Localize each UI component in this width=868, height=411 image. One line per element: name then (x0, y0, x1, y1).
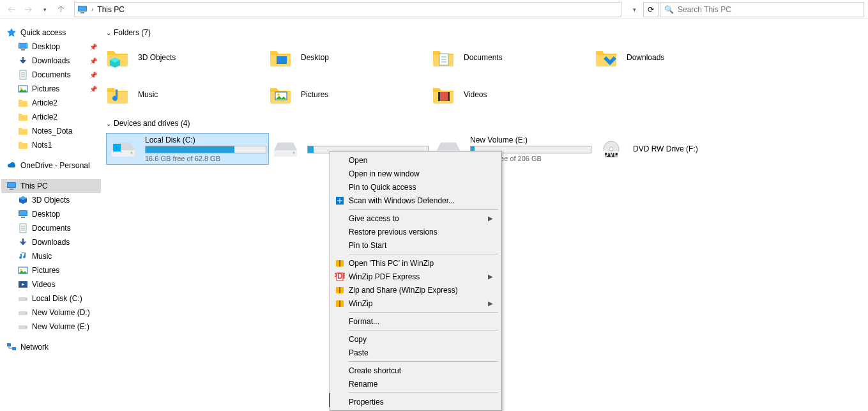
folder-downloads[interactable]: Downloads (595, 42, 758, 73)
back-button[interactable]: 🡠 (4, 2, 19, 17)
address-bar[interactable]: › This PC (74, 2, 621, 17)
forward-button[interactable]: 🡢 (20, 2, 36, 17)
sidebar-this-pc[interactable]: This PC (1, 179, 101, 193)
folder-videos[interactable]: Videos (432, 79, 595, 110)
menu-pin-to-start[interactable]: Pin to Start (332, 238, 499, 252)
menu-zip-and-share-winzip-express-[interactable]: Zip and Share (WinZip Express) (332, 283, 499, 297)
winzip-icon (335, 299, 345, 309)
menu-rename[interactable]: Rename (332, 377, 499, 391)
sidebar-item-desktop[interactable]: Desktop (1, 207, 101, 221)
sidebar-quick-access[interactable]: Quick access (1, 26, 101, 40)
pc-icon (77, 4, 88, 15)
folder-3d-objects[interactable]: 3D Objects (106, 42, 269, 73)
winzip-icon (335, 258, 345, 268)
menu-create-shortcut[interactable]: Create shortcut (332, 364, 499, 377)
folders-group-header[interactable]: ⌄Folders (7) (106, 28, 864, 37)
pic-icon (18, 265, 28, 275)
sidebar-item-article2[interactable]: Article2 (1, 110, 101, 124)
folder-label: Documents (464, 53, 503, 62)
chevron-right-icon: › (91, 6, 93, 13)
sidebar-item-local-disk-c-[interactable]: Local Disk (C:) (1, 291, 101, 306)
menu-separator (349, 392, 498, 393)
submenu-arrow-icon: ▶ (488, 215, 493, 222)
menu-item-label: Open (349, 156, 367, 165)
menu-item-label: Pin to Start (349, 241, 386, 250)
menu-open-this-pc-in-winzip[interactable]: Open 'This PC' in WinZip (332, 256, 499, 270)
menu-winzip-pdf-express[interactable]: PDFWinZip PDF Express▶ (332, 270, 499, 283)
sidebar-item-3d-objects[interactable]: 3D Objects (1, 193, 101, 207)
menu-separator (349, 361, 498, 362)
folder-label: Pictures (301, 90, 328, 99)
sidebar-item-documents[interactable]: Documents (1, 221, 101, 235)
svg-rect-23 (113, 144, 121, 151)
drive-dvd-rw-drive-f-[interactable]: DVD RW Drive (F:) (595, 133, 758, 165)
search-box[interactable]: 🔍 (660, 2, 864, 17)
menu-open-in-new-window[interactable]: Open in new window (332, 167, 499, 180)
sidebar-item-new-volume-d-[interactable]: New Volume (D:) (1, 306, 101, 320)
menu-properties[interactable]: Properties (332, 395, 499, 408)
content-area: ⌄Folders (7) 3D ObjectsDesktopDocumentsD… (102, 19, 868, 411)
sidebar-item-pictures[interactable]: Pictures (1, 263, 101, 277)
dvd-icon (598, 140, 624, 158)
drive-icon (273, 140, 298, 158)
doc-icon (18, 223, 28, 233)
menu-winzip[interactable]: WinZip▶ (332, 297, 499, 310)
pin-icon: 📌 (89, 72, 97, 79)
menu-separator (349, 209, 498, 210)
sidebar-item-pictures[interactable]: Pictures📌 (1, 82, 101, 96)
shield-icon (335, 196, 345, 206)
folder-label: 3D Objects (138, 53, 176, 62)
menu-item-label: Properties (349, 398, 384, 407)
menu-restore-previous-versions[interactable]: Restore previous versions (332, 225, 499, 238)
music-icon (18, 251, 28, 261)
up-button[interactable]: 🡡 (54, 2, 69, 17)
svg-rect-30 (339, 287, 340, 293)
drive-sm-icon (18, 293, 28, 304)
menu-give-access-to[interactable]: Give access to▶ (332, 212, 499, 225)
sidebar-item-documents[interactable]: Documents📌 (1, 68, 101, 82)
folder-sm-icon (18, 112, 28, 122)
sidebar-item-desktop[interactable]: Desktop📌 (1, 40, 101, 54)
folder-sm-icon (18, 98, 28, 108)
sidebar-item-downloads[interactable]: Downloads (1, 235, 101, 249)
sidebar-item-music[interactable]: Music (1, 249, 101, 263)
drive-capacity-bar (145, 146, 266, 153)
svg-point-19 (277, 93, 280, 96)
submenu-arrow-icon: ▶ (488, 300, 493, 307)
sidebar-network[interactable]: Network (1, 340, 101, 354)
menu-paste[interactable]: Paste (332, 346, 499, 359)
sidebar-item-notes_dota[interactable]: Notes_Dota (1, 124, 101, 138)
drive-local-disk-c-[interactable]: Local Disk (C:)16.6 GB free of 62.8 GB (106, 133, 269, 165)
menu-pin-to-quick-access[interactable]: Pin to Quick access (332, 180, 499, 194)
drives-group-header[interactable]: ⌄Devices and drives (4) (106, 119, 864, 128)
menu-copy[interactable]: Copy (332, 332, 499, 346)
address-dropdown[interactable]: ▾ (627, 2, 642, 17)
menu-item-label: Scan with Windows Defender... (349, 196, 455, 205)
folder-desktop[interactable]: Desktop (269, 42, 432, 73)
sidebar-item-article2[interactable]: Article2 (1, 96, 101, 110)
sidebar-item-videos[interactable]: Videos (1, 277, 101, 291)
folder-pictures[interactable]: Pictures (269, 79, 432, 110)
sidebar-item-new-volume-e-[interactable]: New Volume (E:) (1, 320, 101, 334)
monitor-sm-icon (18, 42, 28, 52)
menu-item-label: Open 'This PC' in WinZip (349, 259, 434, 268)
search-input[interactable] (678, 5, 860, 14)
menu-scan-with-windows-defender-[interactable]: Scan with Windows Defender... (332, 194, 499, 207)
menu-item-label: WinZip PDF Express (349, 272, 420, 281)
sidebar-onedrive[interactable]: OneDrive - Personal (1, 159, 101, 173)
breadcrumb-location[interactable]: This PC (97, 5, 125, 14)
folder-label: Videos (464, 90, 487, 99)
sidebar-item-downloads[interactable]: Downloads📌 (1, 54, 101, 68)
menu-open[interactable]: Open (332, 153, 499, 167)
menu-item-label: Zip and Share (WinZip Express) (349, 286, 458, 295)
monitor-sm-icon (18, 209, 28, 219)
folder-documents[interactable]: Documents (432, 42, 595, 73)
sidebar-item-nots1[interactable]: Nots1 (1, 138, 101, 152)
recent-dropdown[interactable]: ▾ (37, 2, 52, 17)
folder-music[interactable]: Music (106, 79, 269, 110)
menu-format-[interactable]: Format... (332, 314, 499, 328)
drive-label (307, 136, 429, 144)
refresh-button[interactable]: ⟳ (643, 2, 659, 17)
pin-icon: 📌 (89, 86, 97, 93)
chevron-down-icon: ⌄ (106, 29, 111, 36)
